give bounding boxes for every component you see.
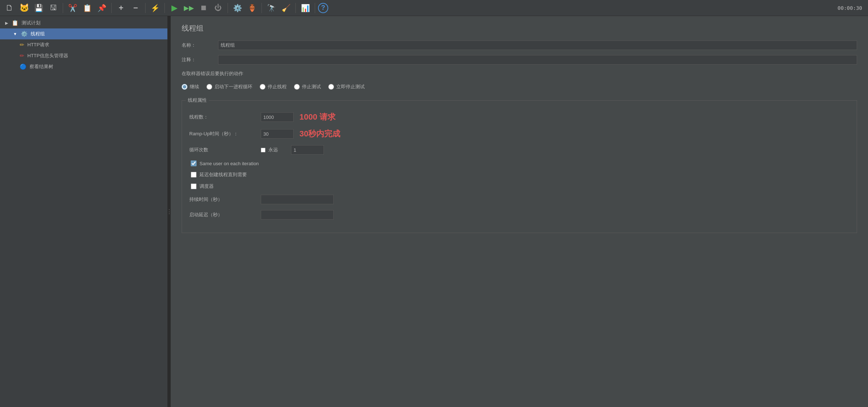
- rampup-annotation: 30秒内完成: [299, 128, 340, 139]
- radio-stop-thread[interactable]: 停止线程: [260, 84, 287, 90]
- radio-start-next-loop[interactable]: 启动下一进程循环: [206, 84, 252, 90]
- loop-count-input[interactable]: [291, 145, 324, 155]
- config-button[interactable]: 🏺: [245, 1, 259, 15]
- remove-button[interactable]: −: [129, 1, 142, 15]
- thread-count-label: 线程数：: [189, 114, 255, 120]
- stop-button[interactable]: ⏹: [197, 1, 210, 15]
- scheduler-row: 调度器: [189, 183, 849, 190]
- radio-stop-test[interactable]: 停止测试: [294, 84, 321, 90]
- toggle-button[interactable]: ⚡: [148, 1, 162, 15]
- duration-row: 持续时间（秒）: [189, 195, 849, 204]
- copy-button[interactable]: 📋: [81, 1, 94, 15]
- save-template-button[interactable]: 💾: [32, 1, 45, 15]
- error-action-radio-group: 继续 启动下一进程循环 停止线程 停止测试 立即停止测试: [182, 80, 857, 92]
- http-header-manager-label: HTTP信息头管理器: [27, 53, 68, 59]
- sidebar-item-thread-group[interactable]: ▼ ⚙️ 线程组: [0, 28, 167, 39]
- thread-group-label: 线程组: [31, 31, 45, 37]
- new-button[interactable]: 🗋: [3, 1, 16, 15]
- toggle-icon: ▶: [5, 21, 8, 26]
- rampup-label: Ramp-Up时间（秒）：: [189, 131, 255, 137]
- start-no-pause-button[interactable]: ▶▶: [182, 1, 195, 15]
- radio-start-next-loop-label: 启动下一进程循环: [214, 84, 252, 90]
- loop-count-label: 循环次数: [189, 147, 255, 153]
- separator5: [228, 3, 228, 13]
- delay-create-row: 延迟创建线程直到需要: [189, 171, 849, 178]
- startup-delay-row: 启动延迟（秒）: [189, 210, 849, 220]
- delay-create-label[interactable]: 延迟创建线程直到需要: [199, 171, 247, 178]
- http-request-label: HTTP请求: [27, 42, 49, 48]
- loop-count-row: 循环次数 永远: [189, 145, 849, 155]
- sidebar-item-view-results-tree[interactable]: 🔵 察看结果树: [0, 61, 167, 72]
- same-user-row: Same user on each iteration: [189, 160, 849, 166]
- rampup-input[interactable]: [261, 129, 294, 139]
- duration-input[interactable]: [261, 195, 334, 204]
- separator3: [145, 3, 146, 13]
- settings-button[interactable]: ⚙️: [231, 1, 244, 15]
- content-area: 线程组 名称： 注释： 在取样器错误后要执行的动作 继续 启动下一进程循环: [171, 16, 868, 407]
- loop-forever-checkbox[interactable]: [261, 148, 266, 152]
- radio-continue-label: 继续: [190, 84, 199, 90]
- name-input[interactable]: [218, 40, 857, 50]
- scheduler-checkbox[interactable]: [191, 183, 197, 189]
- start-button[interactable]: ▶: [168, 1, 181, 15]
- radio-stop-test-now-label: 立即停止测试: [336, 84, 365, 90]
- clear-button[interactable]: 🧹: [279, 1, 292, 15]
- sidebar-item-http-header-manager[interactable]: ✏ HTTP信息头管理器: [0, 50, 167, 61]
- loop-forever-group: 永远: [261, 147, 282, 153]
- radio-stop-test-now-input[interactable]: [328, 84, 334, 90]
- comment-label: 注释：: [182, 57, 218, 63]
- radio-stop-test-now[interactable]: 立即停止测试: [328, 84, 365, 90]
- shutdown-button[interactable]: ⏻: [212, 1, 225, 15]
- http-header-manager-icon: ✏: [20, 53, 24, 59]
- name-row: 名称：: [182, 40, 857, 50]
- report-button[interactable]: 📊: [299, 1, 312, 15]
- thread-properties: 线程数： 1000 请求 Ramp-Up时间（秒）： 30秒内完成 循环次数: [189, 112, 849, 220]
- save-button[interactable]: 🖫: [47, 1, 60, 15]
- same-user-label[interactable]: Same user on each iteration: [199, 161, 259, 166]
- main-layout: ▶ 📋 测试计划 ▼ ⚙️ 线程组 ✏ HTTP请求 ✏ HTTP信息头管理器 …: [0, 16, 868, 407]
- sidebar-item-test-plan[interactable]: ▶ 📋 测试计划: [0, 18, 167, 28]
- comment-row: 注释：: [182, 55, 857, 65]
- radio-stop-test-input[interactable]: [294, 84, 300, 90]
- separator7: [295, 3, 296, 13]
- duration-label: 持续时间（秒）: [189, 196, 255, 203]
- thread-count-input[interactable]: [261, 112, 294, 122]
- add-button[interactable]: +: [115, 1, 128, 15]
- separator6: [261, 3, 262, 13]
- loop-forever-label: 永远: [268, 147, 278, 153]
- rampup-row: Ramp-Up时间（秒）： 30秒内完成: [189, 128, 849, 139]
- view-results-label: 察看结果树: [30, 63, 53, 70]
- radio-continue[interactable]: 继续: [182, 84, 199, 90]
- separator8: [315, 3, 315, 13]
- sidebar: ▶ 📋 测试计划 ▼ ⚙️ 线程组 ✏ HTTP请求 ✏ HTTP信息头管理器 …: [0, 16, 168, 407]
- comment-input[interactable]: [218, 55, 857, 65]
- view-results-icon: 🔵: [20, 63, 27, 70]
- cut-button[interactable]: ✂️: [66, 1, 79, 15]
- delay-create-checkbox[interactable]: [191, 172, 197, 178]
- radio-start-next-loop-input[interactable]: [206, 84, 212, 90]
- separator2: [111, 3, 112, 13]
- separator1: [63, 3, 63, 13]
- name-label: 名称：: [182, 42, 218, 49]
- thread-count-annotation: 1000 请求: [299, 112, 336, 123]
- open-button[interactable]: 🐱: [18, 1, 31, 15]
- same-user-checkbox[interactable]: [191, 160, 197, 166]
- collapse-handle[interactable]: ⋮: [168, 16, 171, 407]
- scheduler-label[interactable]: 调度器: [199, 183, 214, 190]
- thread-count-row: 线程数： 1000 请求: [189, 112, 849, 123]
- radio-stop-thread-input[interactable]: [260, 84, 266, 90]
- thread-props-title: 线程属性: [186, 97, 209, 104]
- paste-button[interactable]: 📌: [95, 1, 108, 15]
- radio-continue-input[interactable]: [182, 84, 187, 90]
- sidebar-item-http-request[interactable]: ✏ HTTP请求: [0, 39, 167, 50]
- radio-stop-thread-label: 停止线程: [268, 84, 287, 90]
- help-button[interactable]: ?: [318, 3, 328, 13]
- search-button[interactable]: 🔭: [265, 1, 278, 15]
- separator4: [164, 3, 165, 13]
- startup-delay-input[interactable]: [261, 210, 334, 220]
- elapsed-time: 00:00:30: [838, 5, 862, 11]
- http-request-icon: ✏: [20, 42, 24, 48]
- thread-group-icon: ⚙️: [21, 31, 28, 37]
- toolbar: 🗋 🐱 💾 🖫 ✂️ 📋 📌 + − ⚡ ▶ ▶▶ ⏹ ⏻ ⚙️ 🏺 🔭 🧹: [0, 0, 868, 16]
- error-action-label: 在取样器错误后要执行的动作: [182, 71, 243, 76]
